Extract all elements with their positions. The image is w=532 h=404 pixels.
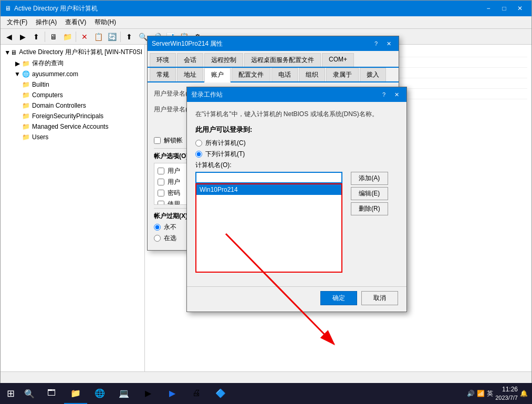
properties-question[interactable]: ? xyxy=(370,39,382,48)
status-bar xyxy=(1,371,531,383)
tree-root[interactable]: ▼ 🖥 Active Directory 用户和计算机 [WIN-NTF0SI xyxy=(1,47,144,58)
login-ws-title: 登录工作站 xyxy=(191,90,223,99)
add-button[interactable]: 添加(A) xyxy=(351,172,388,185)
unlock-label: 解锁帐 xyxy=(164,136,183,145)
maximize-button[interactable]: □ xyxy=(497,3,512,14)
sidebar-item-users[interactable]: 📁 Users xyxy=(1,132,144,142)
radio-list-computers[interactable] xyxy=(195,151,202,158)
tab-phone[interactable]: 电话 xyxy=(272,68,298,81)
close-button[interactable]: ✕ xyxy=(513,3,527,14)
expiry-never-radio[interactable] xyxy=(154,224,161,231)
login-workstation-dialog: 登录工作站 ? ✕ 在"计算机名"中，键入计算机的 NetBIOS 或域名系统(… xyxy=(186,87,407,312)
toolbar-up[interactable]: ⬆ xyxy=(30,30,43,43)
sidebar-item-builtin[interactable]: 📁 Builtin xyxy=(1,79,144,90)
toolbar-refresh[interactable]: 🔄 xyxy=(106,30,118,43)
tab-org[interactable]: 组织 xyxy=(299,68,325,81)
menu-bar: 文件(F) 操作(A) 查看(V) 帮助(H) xyxy=(1,16,531,29)
tab-dial-in[interactable]: 拨入 xyxy=(360,68,386,81)
tab-remote-control[interactable]: 远程控制 xyxy=(204,53,243,67)
toolbar-delete[interactable]: ✕ xyxy=(78,30,91,43)
taskbar-app-ps[interactable]: ▶ xyxy=(161,383,184,404)
computer-name-input[interactable] xyxy=(195,172,342,183)
tree-toggle-saved[interactable]: ▶ xyxy=(13,60,22,67)
menu-view[interactable]: 查看(V) xyxy=(61,17,90,28)
ok-button[interactable]: 确定 xyxy=(320,291,357,305)
taskbar-app-cmd[interactable]: ▶ xyxy=(137,383,160,404)
taskbar-app-explorer[interactable]: 📁 xyxy=(64,383,87,404)
tab-environment[interactable]: 环境 xyxy=(150,53,176,67)
tree-root-label: Active Directory 用户和计算机 [WIN-NTF0SI xyxy=(19,48,142,57)
properties-close[interactable]: ✕ xyxy=(383,39,394,48)
clock-date: 2023/7/7 xyxy=(495,394,518,402)
menu-help[interactable]: 帮助(H) xyxy=(90,17,120,28)
side-buttons: 添加(A) 编辑(E) 删除(R) xyxy=(351,172,388,215)
account-cb-label-2: 用户 xyxy=(168,178,180,187)
ie-icon: 🌐 xyxy=(95,388,105,398)
tree-toggle-domain[interactable]: ▼ xyxy=(13,70,22,78)
taskbar-search[interactable]: 🔍 xyxy=(21,383,38,404)
cancel-button[interactable]: 取消 xyxy=(361,291,398,305)
properties-title-text: ServerWin10Pro214 属性 xyxy=(152,39,223,48)
tab-account[interactable]: 账户 xyxy=(204,68,231,82)
tab-address[interactable]: 地址 xyxy=(177,68,203,81)
toolbar-folder[interactable]: 📁 xyxy=(61,30,74,43)
tree-domain[interactable]: ▼ 🌐 ayusummer.com xyxy=(1,69,144,79)
radio-all-computers[interactable] xyxy=(195,140,202,147)
domain-icon: 🌐 xyxy=(22,70,30,78)
unlock-checkbox[interactable] xyxy=(154,137,161,144)
menu-action[interactable]: 操作(A) xyxy=(32,17,61,28)
account-checkbox-1[interactable] xyxy=(158,168,164,174)
toolbar-move-up[interactable]: ⬆ xyxy=(123,30,135,43)
taskbar-app-extra[interactable]: 🔷 xyxy=(209,383,232,404)
minimize-button[interactable]: − xyxy=(481,3,496,14)
login-ws-footer: 确定 取消 xyxy=(187,286,406,312)
tab-profile[interactable]: 配置文件 xyxy=(232,68,270,81)
account-checkbox-3[interactable] xyxy=(158,190,164,196)
menu-file[interactable]: 文件(F) xyxy=(3,17,32,28)
sidebar-item-domain-controllers[interactable]: 📁 Domain Controllers xyxy=(1,100,144,111)
extra-icon: 🔷 xyxy=(215,388,226,398)
taskbar-app-print[interactable]: 🖨 xyxy=(185,383,208,404)
clock-time: 11:26 xyxy=(495,385,518,394)
tab-member-of[interactable]: 隶属于 xyxy=(326,68,359,81)
tab-session[interactable]: 会话 xyxy=(177,53,203,67)
login-ws-close[interactable]: ✕ xyxy=(391,90,402,99)
toolbar-forward[interactable]: ▶ xyxy=(16,30,29,43)
tab-remote-desktop[interactable]: 远程桌面服务配置文件 xyxy=(244,53,321,67)
computer-name-label: 计算机名(O): xyxy=(195,161,398,170)
sidebar-item-foreign-security[interactable]: 📁 ForeignSecurityPrincipals xyxy=(1,111,144,121)
tab-general[interactable]: 常规 xyxy=(150,68,176,81)
tree-saved-queries[interactable]: ▶ 📁 保存的查询 xyxy=(1,58,144,69)
account-checkbox-4[interactable] xyxy=(158,201,164,205)
sidebar-item-computers[interactable]: 📁 Computers xyxy=(1,90,144,100)
taskbar-clock[interactable]: 11:26 2023/7/7 xyxy=(495,385,518,402)
radio-list-row: 下列计算机(T) xyxy=(195,150,398,159)
login-ws-title-bar: 登录工作站 ? ✕ xyxy=(187,87,406,102)
task-view-icon: 🗔 xyxy=(47,388,56,398)
sidebar-item-managed-service-accounts[interactable]: 📁 Managed Service Accounts xyxy=(1,121,144,132)
taskbar-app-task-view[interactable]: 🗔 xyxy=(40,383,63,404)
login-ws-question[interactable]: ? xyxy=(378,90,390,99)
tree-foreign-label: ForeignSecurityPrincipals xyxy=(32,112,103,120)
tree-toggle-root[interactable]: ▼ xyxy=(4,49,11,56)
tab-com[interactable]: COM+ xyxy=(322,53,354,67)
computer-list-item-1[interactable]: Win10Pro214 xyxy=(196,184,341,195)
server-icon: 💻 xyxy=(119,388,129,398)
start-button[interactable]: ⊞ xyxy=(0,383,21,404)
login-ws-description: 在"计算机名"中，键入计算机的 NetBIOS 或域名系统(DNS)名称。 xyxy=(195,109,398,119)
dc-icon: 📁 xyxy=(22,101,30,110)
main-title-text: Active Directory 用户和计算机 xyxy=(14,4,98,13)
toolbar-back[interactable]: ◀ xyxy=(3,30,15,43)
taskbar-app-server-manager[interactable]: 💻 xyxy=(112,383,135,404)
edit-button[interactable]: 编辑(E) xyxy=(351,187,388,200)
account-checkbox-2[interactable] xyxy=(158,179,164,185)
tree-builtin-label: Builtin xyxy=(32,81,49,88)
tree-saved-queries-label: 保存的查询 xyxy=(32,59,64,68)
toolbar-show-hide[interactable]: 🖥 xyxy=(47,30,60,43)
toolbar-properties[interactable]: 📋 xyxy=(92,30,105,43)
saved-queries-icon: 📁 xyxy=(22,59,30,68)
taskbar-app-ie[interactable]: 🌐 xyxy=(88,383,111,404)
taskbar-notification[interactable]: 🔔 xyxy=(520,390,528,397)
expiry-date-radio[interactable] xyxy=(154,235,161,242)
delete-button[interactable]: 删除(R) xyxy=(351,202,388,215)
